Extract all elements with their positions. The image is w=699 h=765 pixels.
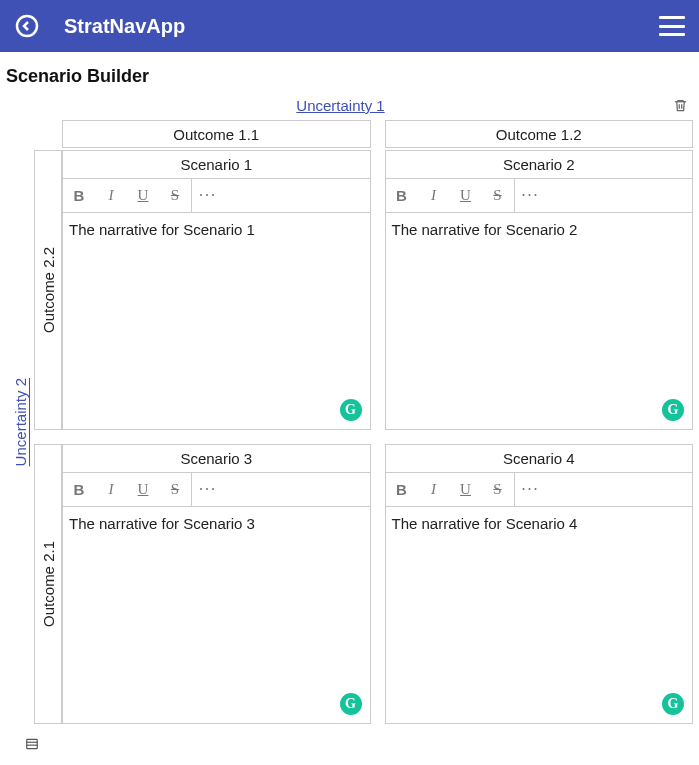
page-title: Scenario Builder — [0, 52, 699, 95]
menu-button[interactable] — [659, 16, 685, 36]
trash-icon — [673, 97, 688, 114]
italic-button[interactable]: I — [95, 179, 127, 212]
scenario-cell-4: Scenario 4 B I U S ··· The narrative for… — [385, 444, 694, 724]
narrative-editor[interactable]: The narrative for Scenario 4 — [386, 507, 693, 723]
editor-toolbar: B I U S ··· — [63, 473, 370, 507]
italic-button[interactable]: I — [95, 473, 127, 506]
top-bar: StratNavApp — [0, 0, 699, 52]
narrative-editor[interactable]: The narrative for Scenario 2 — [386, 213, 693, 429]
bold-button[interactable]: B — [386, 179, 418, 212]
uncertainty-1-link[interactable]: Uncertainty 1 — [10, 97, 671, 114]
scenario-title: Scenario 1 — [63, 151, 370, 179]
underline-button[interactable]: U — [127, 473, 159, 506]
bold-button[interactable]: B — [386, 473, 418, 506]
editor-toolbar: B I U S ··· — [386, 179, 693, 213]
editor-toolbar: B I U S ··· — [386, 473, 693, 507]
grammarly-badge[interactable]: G — [340, 399, 362, 421]
svg-rect-1 — [27, 739, 38, 748]
more-button[interactable]: ··· — [515, 179, 547, 212]
more-button[interactable]: ··· — [192, 473, 224, 506]
grammarly-badge[interactable]: G — [340, 693, 362, 715]
bold-button[interactable]: B — [63, 179, 95, 212]
scenario-title: Scenario 2 — [386, 151, 693, 179]
underline-button[interactable]: U — [127, 179, 159, 212]
row-header-bottom: Outcome 2.1 — [34, 444, 62, 724]
list-icon — [24, 737, 40, 751]
delete-button[interactable] — [671, 97, 689, 114]
scenario-grid: Uncertainty 2 Outcome 1.1 Outcome 1.2 Ou… — [0, 120, 699, 724]
list-view-button[interactable] — [24, 737, 40, 755]
scenario-cell-3: Scenario 3 B I U S ··· The narrative for… — [62, 444, 371, 724]
scenario-cell-2: Scenario 2 B I U S ··· The narrative for… — [385, 150, 694, 430]
back-button[interactable] — [14, 13, 40, 39]
italic-button[interactable]: I — [418, 473, 450, 506]
strikethrough-button[interactable]: S — [482, 473, 514, 506]
grammarly-badge[interactable]: G — [662, 693, 684, 715]
strikethrough-button[interactable]: S — [159, 473, 191, 506]
strikethrough-button[interactable]: S — [159, 179, 191, 212]
column-header-right: Outcome 1.2 — [385, 120, 694, 148]
column-header-left: Outcome 1.1 — [62, 120, 371, 148]
scenario-cell-1: Scenario 1 B I U S ··· The narrative for… — [62, 150, 371, 430]
more-button[interactable]: ··· — [192, 179, 224, 212]
narrative-editor[interactable]: The narrative for Scenario 3 — [63, 507, 370, 723]
narrative-editor[interactable]: The narrative for Scenario 1 — [63, 213, 370, 429]
app-title: StratNavApp — [64, 15, 185, 38]
uncertainty-2-link[interactable]: Uncertainty 2 — [6, 120, 34, 724]
editor-toolbar: B I U S ··· — [63, 179, 370, 213]
svg-point-0 — [17, 16, 37, 36]
uncertainty-top-row: Uncertainty 1 — [0, 95, 699, 120]
grammarly-badge[interactable]: G — [662, 399, 684, 421]
strikethrough-button[interactable]: S — [482, 179, 514, 212]
scenario-title: Scenario 4 — [386, 445, 693, 473]
row-header-top: Outcome 2.2 — [34, 150, 62, 430]
more-button[interactable]: ··· — [515, 473, 547, 506]
italic-button[interactable]: I — [418, 179, 450, 212]
underline-button[interactable]: U — [450, 473, 482, 506]
arrow-left-circle-icon — [15, 14, 39, 38]
underline-button[interactable]: U — [450, 179, 482, 212]
scenario-title: Scenario 3 — [63, 445, 370, 473]
bold-button[interactable]: B — [63, 473, 95, 506]
